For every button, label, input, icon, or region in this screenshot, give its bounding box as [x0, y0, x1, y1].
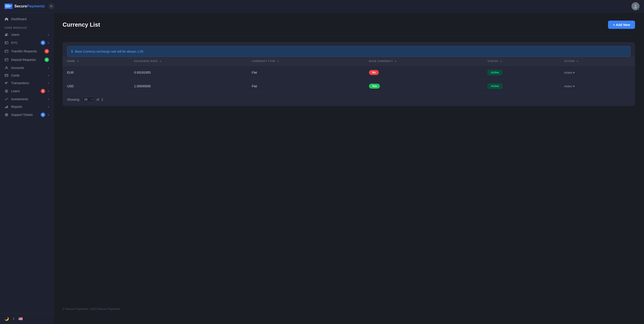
cell-action-0: Action ▾	[560, 66, 635, 79]
cell-type-1: Fiat	[247, 79, 364, 93]
base-currency-pill-0: No	[369, 70, 379, 75]
transfer-icon	[4, 50, 8, 53]
language-selector[interactable]: 🇺🇸	[18, 316, 23, 321]
dark-mode-toggle[interactable]: 🌙	[4, 316, 9, 321]
svg-rect-16	[5, 107, 6, 108]
avatar-online-dot	[637, 8, 639, 10]
sidebar-item-transactions[interactable]: Transactions ▾	[0, 79, 54, 87]
users-icon	[4, 33, 8, 37]
table-head: NAME ⇅ EXCHANGE RATE ⇅ CURRENCY TYPE ⇅	[62, 57, 635, 66]
add-new-label: + Add New	[613, 23, 630, 27]
logo: SecurePaymentz	[4, 4, 45, 9]
sidebar-item-accounts[interactable]: Accounts ▾	[0, 64, 54, 72]
main-header: Currency List + Add New	[62, 21, 635, 29]
sidebar-label-support-tickets: Support Tickets	[11, 113, 38, 117]
per-page-select[interactable]: 15 25 50 100	[82, 97, 94, 102]
action-button-1[interactable]: Action ▾	[564, 85, 575, 88]
layout: Dashboard CORE MODULES Users ▾ KYC 0 ▾	[0, 13, 644, 324]
sort-name-icon[interactable]: ⇅	[77, 60, 79, 63]
svg-point-13	[6, 67, 7, 68]
col-currency-type: CURRENCY TYPE ⇅	[247, 57, 364, 66]
kyc-chevron-icon: ▾	[48, 42, 49, 44]
loans-chevron-icon: ▾	[48, 90, 49, 92]
per-page-select-wrap[interactable]: 15 25 50 100	[82, 97, 94, 102]
back-button[interactable]: ↻	[48, 3, 54, 10]
topbar-left: SecurePaymentz ↻	[4, 3, 54, 10]
sort-type-icon[interactable]: ⇅	[277, 60, 279, 63]
flag-icon: 🇺🇸	[18, 316, 23, 321]
info-banner-icon: ℹ	[71, 49, 73, 54]
sidebar-label-reports: Reports	[11, 105, 45, 109]
cell-status-0: Active	[483, 66, 560, 79]
sidebar-item-dashboard[interactable]: Dashboard	[0, 15, 54, 23]
title-separator	[62, 36, 635, 36]
logo-icon	[4, 4, 12, 9]
svg-rect-18	[7, 106, 8, 108]
sidebar-label-accounts: Accounts	[11, 66, 45, 70]
sidebar-item-reports[interactable]: Reports ▾	[0, 103, 54, 111]
sort-status-icon[interactable]: ⇅	[500, 60, 502, 63]
sidebar-item-loans[interactable]: Loans 0 ▾	[0, 87, 54, 95]
logo-text: SecurePaymentz	[14, 4, 45, 9]
currency-card: ℹ Base Currency exchange rate will be al…	[62, 42, 635, 106]
col-action: ACTION ⇅	[560, 57, 635, 66]
sidebar-item-users[interactable]: Users ▾	[0, 31, 54, 39]
sidebar-item-deposit-requests[interactable]: Deposit Requests 0	[0, 56, 54, 64]
info-banner-text: Base Currency exchange rate will be alwa…	[75, 50, 143, 53]
loans-badge: 0	[41, 89, 45, 93]
cell-name-1: USD	[62, 79, 130, 93]
total-count: 2	[101, 98, 103, 101]
action-chevron-icon-0: ▾	[573, 71, 575, 74]
col-exchange-rate: EXCHANGE RATE ⇅	[130, 57, 247, 66]
moon-icon: 🌙	[4, 316, 9, 321]
accounts-chevron-icon: ▾	[48, 67, 49, 69]
card-info: ℹ Base Currency exchange rate will be al…	[62, 42, 635, 57]
info-icon: ℹ	[13, 316, 14, 321]
cell-base-0: No	[364, 66, 483, 79]
table-row: USD 1.00000000 Fiat Yes Active Action ▾	[62, 79, 635, 93]
sidebar-item-cards[interactable]: Cards ▾	[0, 72, 54, 79]
svg-rect-8	[5, 42, 6, 43]
cards-chevron-icon: ▾	[48, 74, 49, 77]
topbar: SecurePaymentz ↻	[0, 0, 644, 13]
table-header-row: NAME ⇅ EXCHANGE RATE ⇅ CURRENCY TYPE ⇅	[62, 57, 635, 66]
sidebar-item-investments[interactable]: Investments ▾	[0, 95, 54, 103]
svg-rect-0	[5, 6, 12, 6]
reports-icon	[4, 105, 8, 109]
cards-icon	[4, 74, 8, 77]
col-name: NAME ⇅	[62, 57, 130, 66]
main-content: Currency List + Add New ℹ Base Currency …	[54, 13, 644, 324]
chevron-down-icon: ▾	[48, 34, 49, 36]
info-button[interactable]: ℹ	[13, 316, 14, 321]
page-title: Currency List	[62, 21, 100, 28]
svg-rect-2	[5, 5, 10, 5]
cell-rate-0: 0.93191955	[130, 66, 247, 79]
kyc-badge: 0	[41, 41, 45, 45]
sidebar-item-transfer-requests[interactable]: Transfer Requests 3	[0, 47, 54, 56]
cell-name-0: EUR	[62, 66, 130, 79]
sidebar-item-support-tickets[interactable]: Support Tickets 0 ▾	[0, 111, 54, 119]
accounts-icon	[4, 66, 8, 70]
table-footer: Showing: 15 25 50 100 of 2	[62, 93, 635, 106]
sidebar-label-cards: Cards	[11, 74, 45, 77]
sidebar-item-kyc[interactable]: KYC 0 ▾	[0, 39, 54, 47]
sort-rate-icon[interactable]: ⇅	[160, 60, 162, 63]
svg-rect-14	[5, 74, 8, 77]
action-chevron-icon-1: ▾	[573, 85, 575, 88]
sort-base-icon[interactable]: ⇅	[395, 60, 397, 63]
add-new-button[interactable]: + Add New	[608, 21, 635, 29]
sidebar-label-users: Users	[11, 33, 45, 37]
avatar-wrap[interactable]	[632, 2, 640, 10]
loans-icon	[4, 89, 8, 93]
transfer-badge: 3	[44, 49, 49, 54]
of-label: of	[96, 98, 99, 101]
sidebar-footer: 🌙 ℹ 🇺🇸	[0, 313, 54, 324]
svg-rect-11	[5, 58, 8, 61]
sidebar-label-deposit-requests: Deposit Requests	[11, 58, 42, 62]
reports-chevron-icon: ▾	[48, 106, 49, 108]
sort-action-icon[interactable]: ⇅	[576, 60, 578, 63]
sidebar-label-investments: Investments	[11, 97, 45, 101]
sidebar-label-loans: Loans	[11, 89, 38, 93]
action-button-0[interactable]: Action ▾	[564, 71, 575, 74]
showing-label: Showing:	[67, 98, 80, 101]
